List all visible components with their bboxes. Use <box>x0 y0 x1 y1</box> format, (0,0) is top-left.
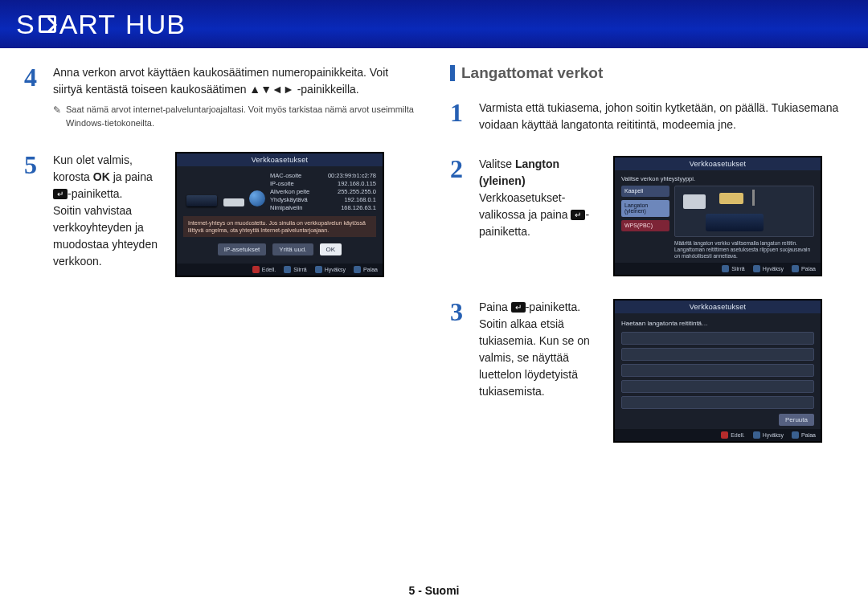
step-number: 3 <box>450 299 469 325</box>
t: -painiketta. Soitin vahvistaa verkkoyhte… <box>53 187 158 268</box>
laptop-icon <box>683 194 706 209</box>
list-item[interactable] <box>621 348 814 361</box>
step-number: 4 <box>24 64 43 90</box>
key-a-icon <box>252 266 260 273</box>
step5-text: Kun olet valmis, korosta OK ja paina -pa… <box>53 152 166 270</box>
left-step-4: 4 Anna verkon arvot käyttäen kaukosäätim… <box>24 64 418 129</box>
f: Edell. <box>262 267 276 272</box>
enter-icon <box>511 302 526 313</box>
step1-text: Varmista että tukiasema, johon soitin ky… <box>479 100 844 133</box>
thumb-body: MAC-osoite00:23:99:b1:c2:78 IP-osoite192… <box>177 166 383 264</box>
l: Aliverkon peite <box>270 188 309 195</box>
step-body: Anna verkon arvot käyttäen kaukosäätimen… <box>53 64 418 129</box>
step2-text: Valitse Langton (yleinen) Verkkoasetukse… <box>479 156 604 240</box>
page-body: 4 Anna verkon arvot käyttäen kaukosäätim… <box>0 48 868 465</box>
thumb1-values: MAC-osoite00:23:99:b1:c2:78 IP-osoite192… <box>270 171 376 211</box>
thumb2-footer: Siirrä Hyväksy Palaa <box>615 263 821 275</box>
thumb1-buttons: IP-asetukset Yritä uud. OK <box>183 237 376 260</box>
right-column: Langattomat verkot 1 Varmista että tukia… <box>450 64 844 465</box>
list-item[interactable] <box>621 396 814 409</box>
t: ja paina <box>110 170 153 183</box>
right-step-2: 2 Valitse Langton (yleinen) Verkkoasetuk… <box>450 156 844 276</box>
thumb3-cancel-row: Peruuta <box>621 414 814 426</box>
f: Siirrä <box>293 267 306 272</box>
brand-art: ART <box>59 9 116 40</box>
note-icon: ✎ <box>53 103 61 129</box>
v: 192.168.0.115 <box>338 180 376 187</box>
heading-text: Langattomat verkot <box>461 64 603 82</box>
key-move-icon <box>284 266 291 273</box>
thumb2-sub: Valitse verkon yhteystyyppi. <box>621 175 814 182</box>
f: Palaa <box>801 266 816 272</box>
opt-wireless[interactable]: Langaton (yleinen) <box>621 200 669 217</box>
t: Valitse <box>479 157 515 170</box>
thumb3-footer: Edell. Hyväksy Palaa <box>615 429 821 441</box>
key-back-icon <box>792 265 799 272</box>
wireless-router-icon <box>719 193 743 204</box>
f: Palaa <box>801 432 816 438</box>
key-back-icon <box>792 431 799 439</box>
v: 192.168.0.1 <box>344 196 376 203</box>
enter-icon <box>53 189 68 199</box>
key-ok-icon <box>753 265 760 272</box>
thumb2-diagram <box>674 186 814 237</box>
thumb2-note: Määritä langaton verkko valitsemalla lan… <box>674 240 814 260</box>
note-text: Saat nämä arvot internet-palveluntarjoaj… <box>66 103 418 129</box>
v: 255.255.255.0 <box>338 188 376 195</box>
key-back-icon <box>354 266 361 273</box>
enter-icon <box>571 210 585 220</box>
opt-cable[interactable]: Kaapeli <box>621 186 669 197</box>
f: Siirrä <box>731 266 744 272</box>
right-step-3: 3 Paina -painiketta. Soitin alkaa etsiä … <box>450 299 844 443</box>
brand-s: S <box>16 9 35 40</box>
l: MAC-osoite <box>270 172 301 179</box>
step4-note: ✎ Saat nämä arvot internet-palveluntarjo… <box>53 103 418 129</box>
t: Paina <box>479 300 511 313</box>
v: 00:23:99:b1:c2:78 <box>328 172 376 179</box>
btn-ip-settings[interactable]: IP-asetukset <box>218 243 266 255</box>
key-a-icon <box>721 431 728 439</box>
antenna-icon <box>752 190 755 206</box>
v: 168.126.63.1 <box>341 204 376 211</box>
thumb2-main: Määritä langaton verkko valitsemalla lan… <box>674 186 814 260</box>
step-number: 1 <box>450 100 469 125</box>
step-number: 5 <box>24 152 43 178</box>
opt-wps[interactable]: WPS(PBC) <box>621 220 669 231</box>
page-footer: 5 - Suomi <box>0 584 868 597</box>
thumb1-info: Internet-yhteys on muodostettu. Jos sinu… <box>183 216 376 237</box>
step-number: 2 <box>450 156 469 182</box>
screenshot-network-ip: Verkkoasetukset MAC-osoite00:23:99:b1:c2… <box>175 152 384 277</box>
list-item[interactable] <box>621 380 814 393</box>
f: Hyväksy <box>325 267 346 272</box>
thumb1-diagram <box>183 171 264 213</box>
brand-logo: S ART HUB <box>16 9 186 40</box>
top-bar: S ART HUB <box>0 0 868 48</box>
screenshot-network-scan: Verkkoasetukset Haetaan langatonta reiti… <box>613 299 822 443</box>
screenshot-network-type: Verkkoasetukset Valitse verkon yhteystyy… <box>613 156 822 276</box>
f: Edell. <box>731 432 745 438</box>
right-step-1: 1 Varmista että tukiasema, johon soitin … <box>450 100 844 133</box>
l: Nimipalvelin <box>270 204 302 211</box>
l: Yhdyskäytävä <box>270 196 308 203</box>
key-ok-icon <box>753 431 760 439</box>
list-item[interactable] <box>621 364 814 377</box>
globe-icon <box>249 190 265 206</box>
router-icon <box>223 198 244 206</box>
heading-bar-icon <box>450 65 455 81</box>
btn-retry[interactable]: Yritä uud. <box>272 243 313 255</box>
t-bold: OK <box>93 170 110 183</box>
thumb-title: Verkkoasetukset <box>615 157 821 170</box>
thumb-title: Verkkoasetukset <box>177 153 383 166</box>
btn-ok[interactable]: OK <box>320 243 342 255</box>
thumb-body: Valitse verkon yhteystyyppi. Kaapeli Lan… <box>615 170 821 263</box>
list-item[interactable] <box>621 332 814 345</box>
btn-cancel[interactable]: Peruuta <box>779 414 814 426</box>
left-column: 4 Anna verkon arvot käyttäen kaukosäätim… <box>24 64 418 465</box>
left-step-5: 5 Kun olet valmis, korosta OK ja paina -… <box>24 152 418 277</box>
f: Hyväksy <box>763 432 784 438</box>
thumb1-footer: Edell. Siirrä Hyväksy Palaa <box>177 264 383 276</box>
player-device-icon <box>706 214 764 231</box>
f: Palaa <box>363 267 378 272</box>
f: Hyväksy <box>763 266 784 272</box>
thumb2-sidebar: Kaapeli Langaton (yleinen) WPS(PBC) <box>621 186 669 260</box>
